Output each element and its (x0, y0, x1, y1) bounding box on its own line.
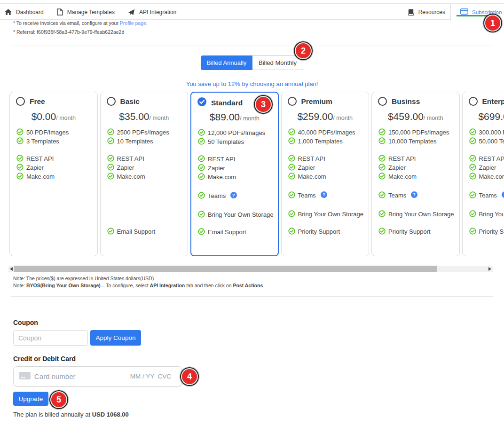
nav-item-dashboard[interactable]: Dashboard (5, 9, 44, 16)
divider-bottom (11, 296, 493, 297)
svg-text:?: ? (232, 192, 235, 197)
plan-feature-label: Bring Your Own Storage (298, 211, 363, 218)
card-number-input[interactable]: Card number MM / YY CVC (13, 366, 182, 387)
check-circle-icon (288, 137, 295, 146)
plan-name: Basic (120, 97, 140, 106)
plan-card-header: Enterprise (469, 97, 504, 106)
annotation-badge-1: 1 (485, 16, 500, 31)
plan-card-enterprise[interactable]: Enterprise$699.00/ month300,000 PDFs/Ima… (462, 92, 504, 256)
check-circle-icon (288, 210, 295, 219)
plan-feature-label: Zapier (479, 164, 496, 171)
check-circle-icon (469, 128, 476, 137)
radio-unchecked-icon[interactable] (288, 97, 297, 106)
plan-name: Enterprise (482, 97, 504, 106)
plan-feature-zapier: Zapier (378, 163, 458, 172)
check-circle-icon (288, 128, 295, 137)
check-circle-icon (198, 211, 205, 219)
plan-price: $35.00/ month (101, 111, 188, 122)
plan-feature-limit1: 150,000 PDFs/Images (378, 128, 458, 137)
plan-price-period: / month (240, 115, 260, 122)
plan-feature-label: Bring Your Own Storage (208, 211, 273, 218)
plan-feature-label: Make.com (117, 173, 145, 180)
plan-feature-teams: Teams? (469, 191, 504, 200)
apply-coupon-button[interactable]: Apply Coupon (90, 330, 141, 346)
plan-card-basic[interactable]: Basic$35.00/ month2500 PDFs/Images10 Tem… (100, 92, 189, 256)
note-byos: Note: BYOS(Bring Your Own Storage) – To … (13, 283, 263, 288)
nav-item-label: API Integration (139, 9, 176, 16)
radio-unchecked-icon[interactable] (16, 97, 25, 106)
billed-annually-button[interactable]: Billed Annually (201, 55, 252, 70)
upgrade-button[interactable]: Upgrade (13, 392, 48, 406)
check-circle-icon (107, 173, 114, 181)
billing-summary: The plan is billed annually at USD 1068.… (13, 411, 129, 418)
check-circle-icon (378, 137, 386, 146)
plan-card-standard[interactable]: Standard$89.00/ month12,000 PDFs/Images5… (190, 92, 279, 256)
teams-help-icon[interactable]: ? (502, 191, 504, 199)
divider-top (11, 46, 493, 46)
radio-unchecked-icon[interactable] (378, 97, 387, 106)
plan-feature-zapier: Zapier (16, 163, 96, 172)
teams-help-icon[interactable]: ? (321, 191, 327, 199)
plan-card-premium[interactable]: Premium$259.00/ month40,000 PDFs/Images1… (281, 92, 370, 256)
plan-feature-zapier: Zapier (469, 163, 504, 172)
radio-unchecked-icon[interactable] (107, 97, 116, 106)
plan-card-header: Premium (288, 97, 366, 106)
check-circle-icon (378, 210, 386, 219)
plan-feature-label: REST API (298, 155, 325, 162)
plan-feature-label: 50,000 Templates (479, 138, 504, 145)
scroll-left-arrow-icon[interactable] (10, 267, 13, 271)
nav-item-resources[interactable]: Resources (408, 9, 445, 16)
plan-feature-byos: Bring Your Own Storage (288, 210, 368, 219)
svg-text:?: ? (413, 192, 416, 197)
teams-help-icon[interactable]: ? (230, 192, 237, 200)
plan-feature-label: Teams (388, 192, 406, 199)
plan-feature-limit2: 3 Templates (16, 137, 96, 146)
plan-price: $259.00/ month (282, 111, 369, 122)
scroll-right-arrow-icon[interactable] (488, 267, 491, 271)
scrollbar-thumb[interactable] (14, 266, 437, 272)
plan-card-businss[interactable]: Businss$459.00/ month150,000 PDFs/Images… (371, 92, 460, 256)
top-nav: DashboardManage TemplatesAPI Integration… (0, 3, 504, 20)
plan-feature-support: Email Support (198, 228, 277, 237)
plan-feature-api: REST API (107, 154, 187, 163)
billed-monthly-button[interactable]: Billed Monthly (252, 55, 303, 70)
plan-feature-make: Make.com (107, 172, 187, 181)
plan-feature-label: 12,000 PDFs/Images (208, 129, 265, 136)
plan-card-free[interactable]: Free$0.00/ month50 PDF/Images3 Templates… (9, 92, 98, 256)
plan-feature-label: Email Support (208, 229, 246, 236)
check-circle-icon (198, 129, 205, 137)
plan-feature-zapier: Zapier (107, 163, 187, 172)
nav-item-manage-templates[interactable]: Manage Templates (57, 8, 115, 16)
plan-feature-support: Priority Support (469, 227, 504, 236)
radio-checked-icon[interactable] (197, 97, 206, 108)
horizontal-scrollbar[interactable] (8, 266, 493, 272)
book-icon (408, 9, 414, 16)
plan-feature-label: Priority Support (298, 228, 340, 235)
plan-price-period: / month (333, 115, 353, 121)
teams-help-icon[interactable]: ? (411, 191, 417, 199)
nav-item-api-integration[interactable]: API Integration (128, 9, 176, 16)
plan-feature-label: 2500 PDFs/Images (117, 129, 169, 136)
plan-feature-label: Make.com (388, 173, 417, 180)
referral-notice: * Referral: f60f935f-58a3-477b-9e79-ffea… (13, 29, 124, 35)
paper-plane-icon (128, 9, 135, 16)
plan-feature-support: Email Support (107, 227, 187, 236)
plan-feature-limit2: 50,000 Templates (469, 137, 504, 146)
plan-feature-limit1: 50 PDF/Images (16, 128, 96, 137)
radio-unchecked-icon[interactable] (469, 97, 478, 106)
check-circle-icon (288, 164, 295, 172)
profile-page-link[interactable]: Profile page. (120, 20, 148, 26)
check-circle-icon (198, 138, 205, 146)
plan-name: Businss (392, 97, 420, 106)
plan-feature-label: 10 Templates (117, 138, 153, 145)
coupon-input[interactable] (13, 330, 88, 346)
plan-feature-label: 1,000 Templates (298, 138, 343, 145)
plan-feature-label: 50 PDF/Images (26, 129, 69, 136)
plan-price: $0.00/ month (10, 111, 97, 122)
plan-feature-label: Make.com (298, 173, 326, 180)
plan-feature-label: Make.com (26, 173, 55, 180)
plan-feature-label: Bring Your Own Storage (479, 211, 504, 218)
plan-feature-api: REST API (378, 154, 458, 163)
card-icon (19, 372, 31, 381)
plan-feature-label: Bring Your Own Storage (388, 211, 454, 218)
